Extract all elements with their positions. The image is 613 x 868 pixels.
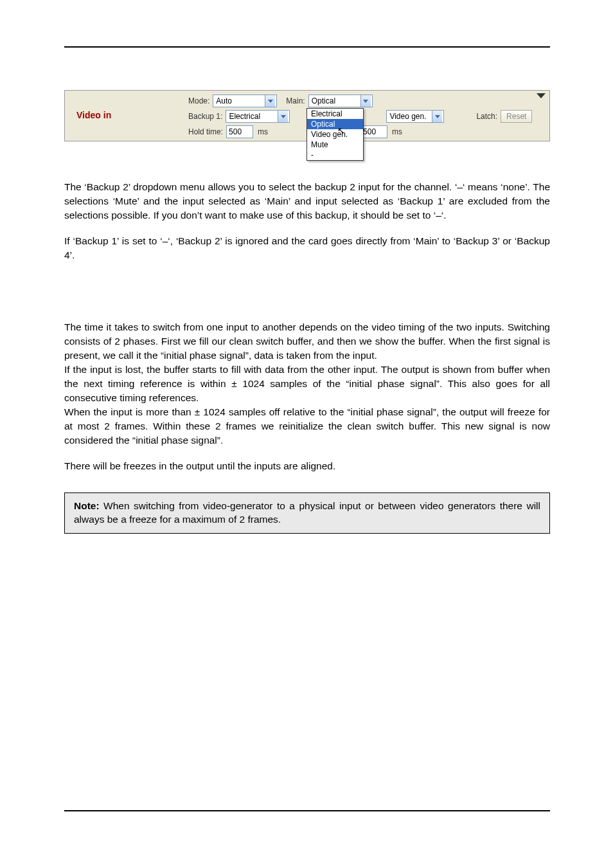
footer-rule: [64, 810, 550, 811]
header-rule: [64, 46, 550, 48]
holdtime-label: Hold time:: [188, 127, 223, 136]
paragraph: There will be freezes in the output unti…: [64, 459, 550, 473]
dropdown-option-selected[interactable]: Optical: [307, 119, 363, 129]
mode-dropdown-value: Auto: [213, 96, 265, 105]
row-mode-main: Mode: Auto Main: Optical: [188, 95, 373, 107]
paragraph: If the input is lost, the buffer starts …: [64, 363, 550, 405]
row-holdtime: Hold time: ms ms: [188, 125, 404, 138]
mode-dropdown[interactable]: Auto: [213, 95, 277, 107]
latch-label: Latch:: [476, 112, 497, 121]
main-dropdown[interactable]: Optical: [308, 95, 373, 107]
chevron-down-icon[interactable]: [265, 95, 275, 107]
chevron-down-icon[interactable]: [537, 93, 546, 98]
main-label: Main:: [286, 96, 305, 105]
note-label: Note:: [74, 500, 100, 511]
mode-label: Mode:: [188, 96, 209, 105]
backup2-secondary-dropdown[interactable]: Video gen.: [386, 110, 444, 123]
dropdown-option[interactable]: -: [307, 150, 363, 160]
backup1-label: Backup 1:: [188, 112, 222, 121]
content-area: Video in Mode: Auto Main: Optical Backup…: [64, 90, 550, 534]
backup2-dropdown-open[interactable]: Electrical Optical Video gen. Mute -: [306, 108, 364, 161]
ms-label-2: ms: [391, 127, 404, 136]
dropdown-option[interactable]: Video gen.: [307, 129, 363, 140]
section-label-video-in: Video in: [76, 110, 111, 120]
note-text: When switching from video-generator to a…: [74, 500, 540, 525]
main-dropdown-value: Optical: [309, 96, 360, 105]
holdtime-input[interactable]: [226, 125, 253, 138]
backup2-secondary-value: Video gen.: [387, 112, 432, 121]
paragraph: The ‘Backup 2’ dropdown menu allows you …: [64, 180, 550, 222]
ms-label: ms: [256, 127, 269, 136]
paragraph: When the input is more than ± 1024 sampl…: [64, 405, 550, 448]
body-text: The ‘Backup 2’ dropdown menu allows you …: [64, 180, 550, 534]
paragraph: The time it takes to switch from one inp…: [64, 320, 550, 363]
backup1-dropdown-value: Electrical: [226, 112, 278, 121]
paragraph: If ‘Backup 1’ is set to ‘–‘, ‘Backup 2’ …: [64, 234, 550, 262]
chevron-down-icon[interactable]: [432, 111, 442, 122]
dropdown-option[interactable]: Electrical: [307, 109, 363, 119]
note-box: Note: When switching from video-generato…: [64, 493, 550, 534]
reset-button[interactable]: Reset: [501, 110, 532, 123]
backup1-dropdown[interactable]: Electrical: [226, 110, 290, 123]
chevron-down-icon[interactable]: [360, 95, 371, 107]
dropdown-option[interactable]: Mute: [307, 140, 363, 150]
chevron-down-icon[interactable]: [278, 111, 288, 122]
video-in-panel: Video in Mode: Auto Main: Optical Backup…: [64, 90, 550, 141]
holdtime2-input[interactable]: [360, 125, 387, 138]
